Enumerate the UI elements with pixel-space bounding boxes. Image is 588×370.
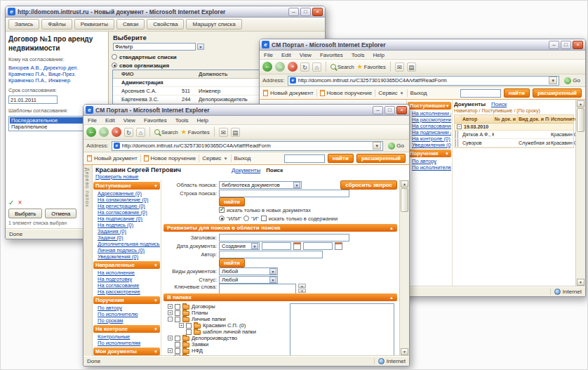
stop-button[interactable]: × (288, 62, 298, 72)
search-find-button[interactable]: найти (219, 197, 245, 206)
sidebar-item[interactable]: Личная подпись (0)▼ (93, 247, 160, 253)
sidebar-item[interactable]: На ознакомление (0)▼ (93, 197, 160, 203)
sidebar-item[interactable]: На подписание (0)▼ (93, 216, 160, 222)
sidebar-item[interactable]: На контроле▼ (93, 325, 160, 333)
only-new-checkbox[interactable] (219, 207, 225, 213)
sidebar-item[interactable]: На подготовку▼ (93, 276, 160, 282)
exit-button[interactable]: Выход (234, 155, 251, 161)
folder-checkbox[interactable] (175, 355, 180, 357)
up-arrow-icon[interactable]: ▲ (298, 284, 306, 288)
sidebar-item[interactable]: На рассмотрение▼ (93, 289, 160, 295)
service-menu[interactable]: Сервис▼ (378, 90, 403, 96)
scroll-up-icon[interactable]: ▲ (577, 100, 584, 107)
maximize-button[interactable]: □ (385, 106, 395, 114)
search-button[interactable]: Search (154, 129, 178, 136)
folder-checkbox[interactable] (186, 323, 192, 329)
print-button[interactable]: ▤ (231, 128, 240, 137)
mail-button[interactable]: ✉ (219, 128, 228, 137)
menu-item[interactable]: Favorites (140, 117, 171, 124)
forward-button[interactable]: → (275, 62, 285, 72)
address-input[interactable]: e http://domcom.inttrust.ru/C32573019036… (288, 76, 560, 86)
folder-checkbox[interactable] (175, 310, 180, 316)
quick-search-input[interactable] (284, 154, 325, 163)
term-date-input[interactable]: 21.01.2011 (8, 95, 58, 104)
column-header[interactable]: Автор (462, 115, 494, 123)
and-radio[interactable] (243, 216, 249, 221)
folder-checkbox[interactable] (175, 342, 180, 348)
tree-item[interactable]: + Делопроизводство (168, 335, 286, 341)
scroll-thumb[interactable] (401, 188, 408, 212)
approver-item[interactable]: Вихорев А.В., Директор деп. (8, 65, 105, 71)
new-document-button[interactable]: Новый документ (263, 90, 314, 96)
find-button[interactable]: найти (504, 88, 530, 98)
sidebar-item[interactable]: По автору▼ (93, 305, 160, 311)
radio-icon[interactable] (112, 62, 117, 68)
scrollbar[interactable]: ▲ ▼ (399, 180, 409, 356)
scroll-down-icon[interactable]: ▼ (577, 279, 584, 286)
sidebar-item[interactable]: Уведомления (0)▼ (408, 142, 451, 148)
menu-item[interactable]: View (295, 52, 316, 58)
toolbar-button[interactable]: Свойства (147, 19, 184, 29)
filter-input[interactable] (113, 43, 196, 51)
table-row[interactable]: Дятков А.Ф., Красавин С.П. Красавин С.П. (455, 131, 573, 139)
sidebar-item[interactable]: Задачи (0)▼ (93, 234, 160, 241)
titlebar-a[interactable]: e http://domcom.inttrust.ru - Новый доку… (6, 6, 325, 18)
exit-button[interactable]: Выход (410, 90, 427, 96)
tree-item[interactable]: + Договоры (168, 303, 286, 310)
requisites-find-button[interactable]: найти (219, 258, 245, 267)
chevron-down-icon[interactable]: ▼ (549, 77, 557, 84)
list-item[interactable]: Параллельное (10, 124, 91, 130)
refresh-button[interactable]: ↻ (124, 128, 133, 137)
date-to-input[interactable] (303, 242, 333, 250)
toolbar-button[interactable]: Файлы (41, 19, 72, 29)
expand-icon[interactable]: - (168, 317, 173, 322)
close-button[interactable]: × (312, 8, 323, 16)
tree-item[interactable]: + НФД (168, 348, 286, 354)
new-task-button[interactable]: Новое поручение (320, 90, 373, 96)
sidebar-item[interactable]: Поручения▼ (408, 150, 451, 157)
sidebar-item[interactable]: Контрольные▼ (93, 333, 160, 340)
sidebar-item[interactable]: Поручения▼ (93, 296, 160, 304)
menu-item[interactable]: File (83, 117, 101, 124)
back-button[interactable]: ← (86, 127, 96, 137)
sidebar-item[interactable]: На регистрацию (0)▼ (93, 203, 160, 209)
tab[interactable]: Документы (454, 101, 486, 107)
tab[interactable]: Документы (232, 167, 260, 173)
selected-folders-listbox[interactable] (290, 303, 394, 356)
menu-item[interactable]: Tools (171, 117, 193, 124)
titlebar-b[interactable]: e CM Портал - Microsoft Internet Explore… (260, 39, 585, 51)
address-input[interactable]: e http://domcom.inttrust.ru/C32573019036… (112, 141, 384, 151)
tree-item[interactable]: шаблон личной папки (168, 329, 286, 335)
mail-button[interactable]: ✉ (395, 62, 404, 72)
home-button[interactable]: ⌂ (136, 128, 145, 137)
sidebar-item[interactable]: По исполнителям▼ (93, 340, 160, 346)
menu-item[interactable]: View (119, 117, 140, 124)
tree-item[interactable]: + Красавин С.П. (0) (168, 322, 286, 329)
expand-icon[interactable]: + (168, 310, 173, 315)
menu-item[interactable]: Help (192, 117, 212, 124)
list-item[interactable]: Последовательное (10, 117, 91, 124)
title-input[interactable] (219, 234, 349, 242)
search-query-input[interactable] (219, 190, 349, 197)
menu-item[interactable]: File (260, 52, 277, 58)
sidebar-item[interactable]: По автору▼ (408, 158, 451, 164)
sidebar-item[interactable]: На согласование (0)▼ (93, 209, 160, 216)
sidebar-item[interactable]: На контроле (0)▼ (408, 136, 451, 142)
find-button[interactable]: найти (328, 154, 354, 163)
minimize-button[interactable]: – (549, 41, 559, 49)
sidebar-item[interactable]: По исполнителю▼ (408, 164, 451, 171)
date-kind-select[interactable]: Создания ▼ (219, 242, 260, 250)
status-select[interactable]: Любой ▼ (219, 276, 278, 284)
tree-collapse-strip[interactable]: Дерево папок (83, 165, 93, 356)
close-button[interactable]: × (396, 106, 407, 114)
refresh-button[interactable]: ↻ (300, 62, 309, 72)
column-name[interactable]: ФИО (121, 71, 182, 77)
sidebar-item[interactable]: Задания (0)▼ (93, 228, 160, 234)
tab[interactable]: Поиск (266, 167, 283, 173)
column-position[interactable]: Должность (199, 71, 266, 77)
column-header[interactable]: Вид док. и Подпись (518, 115, 550, 123)
down-arrow-icon[interactable]: ▼ (298, 289, 306, 293)
chevron-down-icon[interactable]: ▼ (197, 44, 204, 50)
tab[interactable]: Поиск (491, 101, 507, 107)
scrollbar[interactable]: ▲ ▼ (575, 100, 585, 286)
